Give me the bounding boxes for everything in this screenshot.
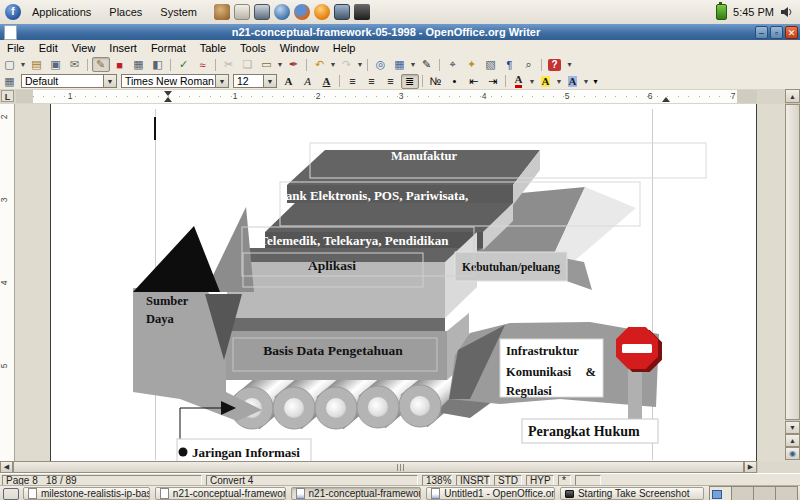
gallery-button[interactable]: ▧ [482,57,500,72]
align-left-button[interactable]: ≡ [344,74,362,89]
help-launcher-icon[interactable] [274,4,290,20]
auto-spellcheck-button[interactable]: ≈ [194,57,212,72]
align-justified-button[interactable]: ≣ [401,74,419,89]
toolbar-options-button[interactable]: ▾ [565,57,575,72]
nonprinting-characters-button[interactable]: ¶ [501,57,519,72]
menu-insert[interactable]: Insert [102,40,144,56]
insert-table-button[interactable]: ▦ [391,57,409,72]
status-insert-mode[interactable]: INSRT [456,475,490,486]
undo-dropdown-icon[interactable]: ▼ [329,57,337,72]
menu-tools[interactable]: Tools [233,40,273,56]
font-name-combo[interactable]: Times New Roman ▼ [121,74,229,88]
indent-marker-bottom[interactable] [164,97,172,102]
scroll-left-icon[interactable]: ◀ [0,461,13,473]
menu-format[interactable]: Format [144,40,193,56]
increase-indent-button[interactable]: ⇥ [484,74,502,89]
taskbar-window-2[interactable]: n21-conceptual-framewor... [155,487,286,500]
font-color-dropdown-icon[interactable]: ▼ [528,74,536,89]
horizontal-scrollbar[interactable]: ◀ ▶ [0,461,758,473]
navigation-button[interactable]: ◉ [785,447,800,460]
status-selection-mode[interactable]: STD [494,475,522,486]
chevron-down-icon[interactable]: ▼ [215,75,228,87]
email-document-button[interactable]: ✉ [66,57,84,72]
status-hyperlink-mode[interactable]: HYP [526,475,554,486]
menu-table[interactable]: Table [193,40,233,56]
save-button[interactable]: ▣ [47,57,65,72]
vertical-scrollbar-thumb[interactable] [785,104,800,420]
redo-dropdown-icon[interactable]: ▼ [356,57,364,72]
align-center-button[interactable]: ≡ [363,74,381,89]
scroll-down-icon[interactable]: ▼ [785,421,800,434]
workspace-4[interactable] [776,487,797,500]
styles-window-button[interactable]: ▦ [2,74,17,89]
window-titlebar[interactable]: n21-conceptual-framework-05-1998 - OpenO… [0,24,800,40]
hyperlink-button[interactable]: ◎ [372,57,390,72]
paragraph-style-combo[interactable]: Default ▼ [21,74,117,88]
menu-file[interactable]: File [0,40,32,56]
taskbar-window-4[interactable]: Untitled1 - OpenOffice.org ... [426,487,555,500]
bold-button[interactable]: A [280,74,298,89]
right-indent-marker[interactable] [662,97,670,102]
wine-launcher-icon[interactable] [214,4,230,20]
bullet-list-button[interactable]: • [446,74,464,89]
menu-window[interactable]: Window [273,40,326,56]
paste-dropdown-icon[interactable]: ▼ [276,57,284,72]
chevron-down-icon[interactable]: ▼ [103,75,116,87]
menu-edit[interactable]: Edit [32,40,65,56]
export-pdf-button[interactable]: ■ [111,57,129,72]
status-page-style[interactable]: Convert 4 [206,475,418,486]
vertical-scrollbar[interactable]: ▲ ▼ ▲ ◉ [785,89,800,460]
screenshot-tool-launcher-icon[interactable] [254,4,270,20]
find-replace-button[interactable]: ⌖ [444,57,462,72]
panel-menu-system[interactable]: System [151,0,206,24]
format-paintbrush-button[interactable]: ✒ [285,57,303,72]
workspace-switcher[interactable] [709,486,798,500]
character-background-button[interactable]: A [564,74,582,89]
paste-button[interactable]: ▭ [258,57,276,72]
font-size-combo[interactable]: 12 ▼ [233,74,277,88]
update-notifier-icon[interactable] [314,4,330,20]
print-button[interactable]: ▦ [130,57,148,72]
vertical-ruler[interactable]: 2345 [0,104,15,461]
copy-button[interactable]: ❏ [239,57,257,72]
maximize-button[interactable]: ▫ [770,26,783,39]
workspace-1[interactable] [710,487,732,500]
taskbar-window-3[interactable]: n21-conceptual-framewor... [291,487,422,500]
menu-view[interactable]: View [65,40,103,56]
page-preview-button[interactable]: ◧ [149,57,167,72]
taskbar-window-1[interactable]: milestone-realistis-ip-base... [23,487,150,500]
cut-button[interactable]: ✂ [220,57,238,72]
status-zoom[interactable]: 138% [422,475,452,486]
open-button[interactable]: ▤ [28,57,46,72]
scroll-right-icon[interactable]: ▶ [744,461,757,473]
status-page[interactable]: Page 8 18 / 89 [2,475,202,486]
horizontal-scrollbar-thumb[interactable] [13,461,744,473]
show-desktop-icon[interactable] [3,488,19,500]
character-background-dropdown-icon[interactable]: ▼ [582,74,590,89]
highlighting-dropdown-icon[interactable]: ▼ [555,74,563,89]
new-document-dropdown-icon[interactable]: ▼ [19,57,27,72]
taskbar-window-5[interactable]: Starting Take Screenshot [560,487,704,500]
terminal-launcher-icon[interactable] [334,4,350,20]
distro-menu-icon[interactable]: f [5,4,21,20]
edit-file-button[interactable]: ✎ [92,57,110,72]
chevron-down-icon[interactable]: ▼ [263,75,276,87]
navigator-button[interactable]: ✦ [463,57,481,72]
new-document-button[interactable]: ▢ [1,57,19,72]
minimize-button[interactable]: – [755,26,768,39]
align-right-button[interactable]: ≡ [382,74,400,89]
camera-launcher-icon[interactable] [354,4,370,20]
panel-menu-places[interactable]: Places [100,0,151,24]
horizontal-ruler[interactable]: 11234567 [16,90,757,103]
draw-functions-button[interactable]: ✎ [418,57,436,72]
panel-menu-applications[interactable]: Applications [23,0,100,24]
numbered-list-button[interactable]: № [427,74,445,89]
battery-icon[interactable] [716,4,727,20]
tab-stop-selector[interactable]: L [1,90,14,102]
zoom-button[interactable]: ⌕ [520,57,538,72]
font-color-button[interactable]: A [510,74,528,89]
undo-button[interactable]: ↶ [311,57,329,72]
firefox-launcher-icon[interactable] [294,4,310,20]
redo-button[interactable]: ↷ [338,57,356,72]
close-button[interactable]: ✕ [785,26,798,39]
